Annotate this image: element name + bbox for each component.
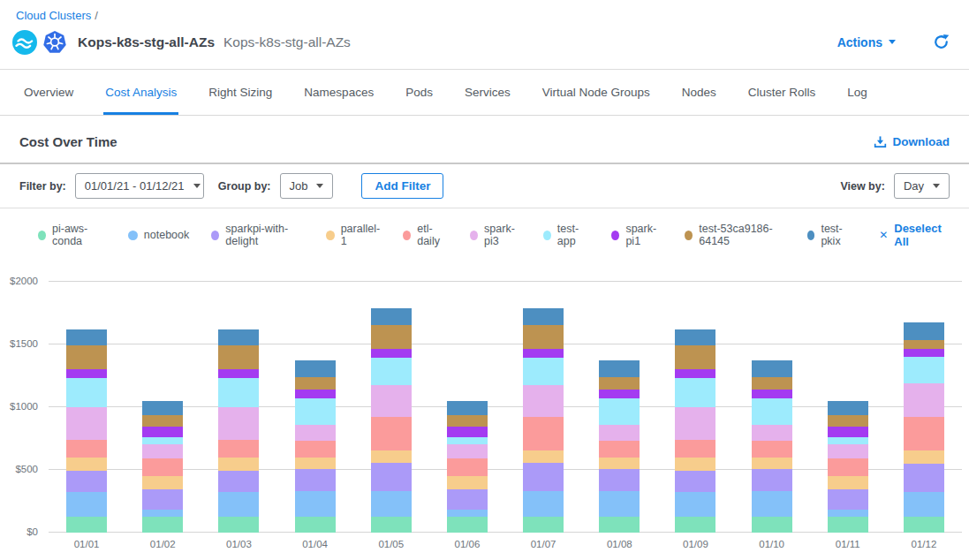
bar-segment-test-pkix[interactable]	[675, 329, 715, 345]
bar-segment-test-app[interactable]	[142, 437, 183, 444]
tab-services[interactable]: Services	[463, 70, 512, 115]
bar-segment-sparkpi-with-delight[interactable]	[371, 463, 412, 491]
bar-segment-notebook[interactable]	[904, 492, 944, 517]
bar-segment-spark-pi1[interactable]	[599, 390, 640, 398]
bar-segment-sparkpi-with-delight[interactable]	[447, 489, 488, 510]
bar-segment-parallel-1[interactable]	[142, 476, 183, 489]
legend-item-pi-aws-conda[interactable]: pi-aws-conda	[38, 223, 106, 247]
bar-segment-pi-aws-conda[interactable]	[752, 517, 792, 534]
tab-pods[interactable]: Pods	[404, 70, 435, 115]
tab-cluster-rolls[interactable]: Cluster Rolls	[746, 70, 818, 115]
bar-segment-etl-daily[interactable]	[675, 440, 715, 458]
bar-segment-spark-pi1[interactable]	[752, 390, 792, 398]
stacked-bar-01-04[interactable]	[295, 360, 336, 533]
bar-segment-spark-pi1[interactable]	[904, 349, 944, 357]
bar-segment-test-app[interactable]	[371, 358, 412, 385]
group-by-select[interactable]: Job	[280, 173, 334, 199]
legend-item-spark-pi1[interactable]: spark-pi1	[611, 223, 662, 247]
tab-namespaces[interactable]: Namespaces	[302, 70, 375, 115]
bar-segment-sparkpi-with-delight[interactable]	[295, 469, 336, 492]
refresh-button[interactable]	[933, 34, 950, 50]
stacked-bar-01-10[interactable]	[752, 360, 792, 533]
download-button[interactable]: Download	[874, 135, 950, 148]
tab-overview[interactable]: Overview	[22, 70, 75, 115]
bar-segment-test-pkix[interactable]	[295, 360, 336, 377]
add-filter-button[interactable]: Add Filter	[361, 173, 443, 199]
bar-segment-spark-pi3[interactable]	[447, 444, 488, 458]
bar-segment-pi-aws-conda[interactable]	[828, 517, 868, 534]
bar-segment-sparkpi-with-delight[interactable]	[218, 471, 259, 491]
bar-segment-test-53ca9186-64145[interactable]	[675, 345, 715, 370]
bar-segment-test-53ca9186-64145[interactable]	[371, 325, 412, 349]
bar-segment-test-53ca9186-64145[interactable]	[828, 415, 868, 427]
bar-segment-pi-aws-conda[interactable]	[904, 517, 944, 533]
bar-segment-etl-daily[interactable]	[828, 458, 868, 477]
tab-virtual-node-groups[interactable]: Virtual Node Groups	[541, 70, 652, 115]
bar-segment-notebook[interactable]	[447, 510, 488, 516]
bar-segment-sparkpi-with-delight[interactable]	[904, 464, 944, 492]
bar-segment-parallel-1[interactable]	[523, 450, 564, 463]
bar-segment-sparkpi-with-delight[interactable]	[599, 469, 640, 492]
tab-log[interactable]: Log	[845, 70, 869, 115]
bar-segment-spark-pi3[interactable]	[828, 444, 868, 458]
bar-segment-test-53ca9186-64145[interactable]	[523, 325, 564, 349]
bar-segment-spark-pi3[interactable]	[523, 385, 564, 418]
bar-segment-pi-aws-conda[interactable]	[66, 517, 107, 533]
bar-segment-test-app[interactable]	[523, 358, 564, 385]
bar-segment-notebook[interactable]	[752, 491, 792, 516]
bar-segment-sparkpi-with-delight[interactable]	[142, 489, 183, 510]
bar-segment-spark-pi3[interactable]	[218, 407, 259, 440]
stacked-bar-01-05[interactable]	[371, 308, 412, 533]
bar-segment-pi-aws-conda[interactable]	[523, 517, 564, 534]
bar-segment-test-app[interactable]	[599, 398, 640, 426]
bar-segment-notebook[interactable]	[371, 491, 412, 516]
bar-segment-spark-pi1[interactable]	[371, 349, 412, 358]
bar-segment-etl-daily[interactable]	[142, 458, 183, 477]
bar-segment-test-pkix[interactable]	[752, 360, 792, 377]
bar-segment-spark-pi3[interactable]	[142, 444, 183, 458]
bar-segment-test-53ca9186-64145[interactable]	[218, 345, 259, 370]
bar-segment-etl-daily[interactable]	[523, 417, 564, 450]
bar-segment-etl-daily[interactable]	[218, 440, 259, 458]
bar-segment-parallel-1[interactable]	[371, 450, 412, 463]
bar-segment-etl-daily[interactable]	[447, 458, 488, 477]
bar-segment-notebook[interactable]	[218, 492, 259, 517]
bar-segment-sparkpi-with-delight[interactable]	[828, 489, 868, 510]
stacked-bar-01-01[interactable]	[66, 329, 107, 533]
bar-segment-notebook[interactable]	[295, 491, 336, 516]
bar-segment-spark-pi3[interactable]	[371, 385, 412, 418]
bar-segment-test-app[interactable]	[66, 378, 107, 407]
bar-segment-test-pkix[interactable]	[66, 329, 107, 345]
bar-segment-test-53ca9186-64145[interactable]	[447, 415, 488, 427]
bar-segment-test-app[interactable]	[218, 378, 259, 407]
bar-segment-test-53ca9186-64145[interactable]	[904, 340, 944, 350]
bar-segment-parallel-1[interactable]	[447, 476, 488, 489]
bar-segment-parallel-1[interactable]	[828, 476, 868, 489]
bar-segment-etl-daily[interactable]	[752, 441, 792, 458]
bar-segment-spark-pi3[interactable]	[66, 407, 107, 440]
bar-segment-notebook[interactable]	[523, 491, 564, 516]
bar-segment-test-pkix[interactable]	[142, 401, 183, 415]
bar-segment-parallel-1[interactable]	[752, 458, 792, 469]
bar-segment-pi-aws-conda[interactable]	[218, 517, 259, 533]
bar-segment-test-53ca9186-64145[interactable]	[599, 377, 640, 390]
stacked-bar-01-06[interactable]	[447, 401, 488, 533]
bar-segment-test-53ca9186-64145[interactable]	[66, 345, 107, 370]
bar-segment-sparkpi-with-delight[interactable]	[675, 471, 715, 491]
legend-item-test-53ca9186-64145[interactable]: test-53ca9186-64145	[685, 223, 784, 247]
stacked-bar-01-08[interactable]	[599, 360, 640, 533]
bar-segment-notebook[interactable]	[675, 492, 715, 517]
bar-segment-test-pkix[interactable]	[447, 401, 488, 415]
bar-segment-sparkpi-with-delight[interactable]	[66, 471, 107, 491]
bar-segment-test-53ca9186-64145[interactable]	[752, 377, 792, 390]
actions-button[interactable]: Actions	[837, 35, 896, 49]
bar-segment-spark-pi1[interactable]	[447, 427, 488, 437]
legend-item-etl-daily[interactable]: etl-daily	[403, 223, 448, 247]
bar-segment-notebook[interactable]	[142, 510, 183, 516]
bar-segment-notebook[interactable]	[66, 492, 107, 517]
bar-segment-test-pkix[interactable]	[599, 360, 640, 377]
legend-item-parallel-1[interactable]: parallel-1	[326, 223, 381, 247]
bar-segment-parallel-1[interactable]	[295, 458, 336, 469]
stacked-bar-01-02[interactable]	[142, 401, 183, 533]
bar-segment-sparkpi-with-delight[interactable]	[523, 463, 564, 491]
